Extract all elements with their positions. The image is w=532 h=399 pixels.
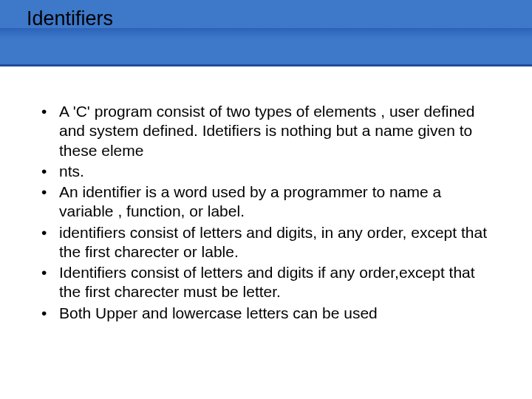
bullet-list: A 'C' program consist of two types of el…	[35, 102, 497, 323]
list-item: identifiers consist of letters and digit…	[35, 223, 497, 262]
list-item: A 'C' program consist of two types of el…	[35, 102, 497, 160]
list-item: nts.	[35, 162, 497, 181]
list-item: Identifiers consist of letters and digit…	[35, 263, 497, 302]
body-content: A 'C' program consist of two types of el…	[35, 102, 497, 324]
slide-title: Identifiers	[27, 7, 113, 30]
slide: Identifiers A 'C' program consist of two…	[0, 0, 532, 399]
list-item: Both Upper and lowercase letters can be …	[35, 304, 497, 323]
title-bar: Identifiers	[0, 0, 532, 66]
list-item: An identifier is a word used by a progra…	[35, 183, 497, 222]
